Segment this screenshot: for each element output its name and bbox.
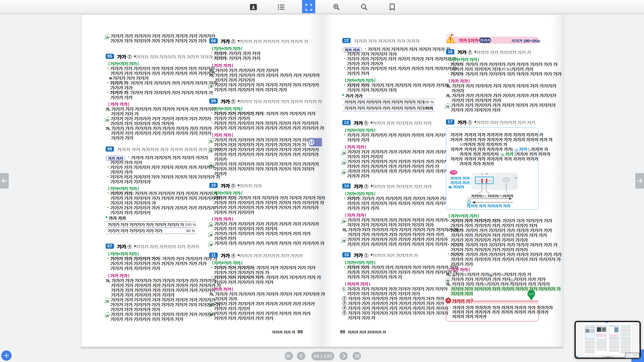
svg-text:가가: 가가 — [528, 292, 534, 296]
svg-text:a: a — [469, 198, 470, 200]
